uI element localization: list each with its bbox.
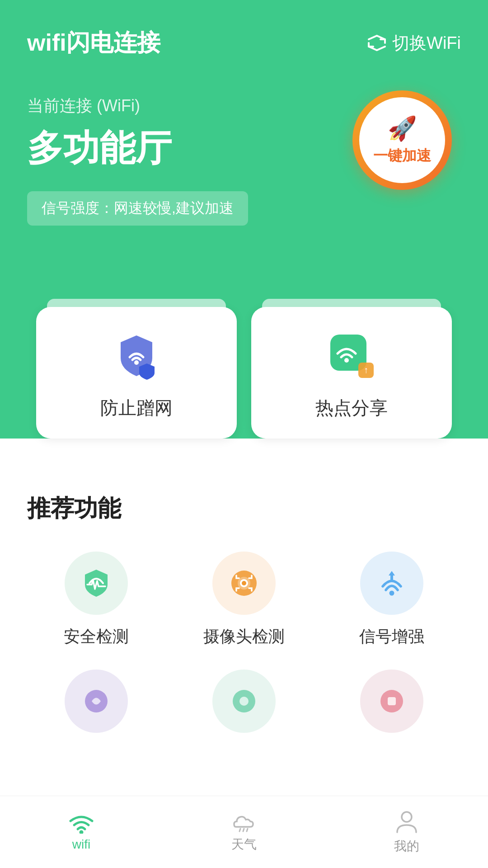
nav-mine-item[interactable]: 我的 [325,810,488,855]
security-check-item[interactable]: 安全检测 [27,552,166,648]
svg-point-19 [402,812,412,822]
nav-wifi-item[interactable]: wifi [0,813,163,852]
svg-text:↑: ↑ [364,365,368,375]
weather-nav-icon [230,811,258,832]
feature6-item[interactable] [322,670,461,744]
signal-boost-item[interactable]: 信号增强 [322,552,461,648]
feature-cards-row: 防止蹭网 ↑ 热点分享 [18,307,470,439]
svg-rect-14 [388,697,396,705]
svg-point-12 [239,697,249,706]
camera-check-item[interactable]: 摄像头检测 [175,552,314,648]
anti-freeload-label: 防止蹭网 [100,396,173,420]
feature4-icon-bg [65,670,128,733]
switch-wifi-button[interactable]: 切换WiFi [367,32,461,55]
nav-wifi-label: wifi [72,837,90,852]
svg-point-15 [80,830,84,834]
speed-button[interactable]: 🚀 一键加速 [352,90,452,190]
feature4-item[interactable] [27,670,166,744]
bottom-nav: wifi 天气 我的 [0,796,488,868]
features-grid: 安全检测 摄像头检测 [27,552,461,744]
top-bar: wifi闪电连接 切换WiFi [27,27,461,59]
signal-badge: 信号强度：网速较慢,建议加速 [27,191,248,226]
nav-weather-item[interactable]: 天气 [163,811,325,853]
recommended-title: 推荐功能 [27,493,461,524]
security-check-icon-bg [65,552,128,615]
mine-nav-icon [395,810,418,834]
svg-line-18 [247,829,248,831]
switch-wifi-icon [367,35,387,51]
svg-line-17 [243,829,244,831]
signal-boost-label: 信号增强 [359,626,424,648]
svg-point-9 [389,591,394,596]
anti-freeload-card[interactable]: 防止蹭网 [36,307,237,439]
feature6-icon-bg [360,670,423,733]
nav-mine-label: 我的 [394,838,419,855]
svg-point-8 [242,581,246,585]
speed-button-inner: 🚀 一键加速 [359,97,445,183]
hotspot-share-icon: ↑ [324,329,379,383]
header-section: wifi闪电连接 切换WiFi 当前连接 (WiFi) 多功能厅 信号强度：网速… [0,0,488,343]
nav-weather-label: 天气 [231,836,257,853]
svg-line-16 [239,829,240,831]
wifi-nav-icon [69,813,94,834]
rocket-icon: 🚀 [388,115,417,142]
security-check-label: 安全检测 [64,626,129,648]
feature5-item[interactable] [175,670,314,744]
hotspot-share-card[interactable]: ↑ 热点分享 [251,307,452,439]
svg-point-2 [344,358,349,363]
speed-text: 一键加速 [373,146,431,166]
svg-point-0 [134,360,139,365]
anti-freeload-icon [109,329,164,383]
camera-check-icon-bg [212,552,276,615]
app-title: wifi闪电连接 [27,27,160,59]
hotspot-share-label: 热点分享 [315,396,388,420]
signal-boost-icon-bg [360,552,423,615]
feature5-icon-bg [212,670,276,733]
switch-wifi-label: 切换WiFi [392,32,461,55]
camera-check-label: 摄像头检测 [203,626,285,648]
